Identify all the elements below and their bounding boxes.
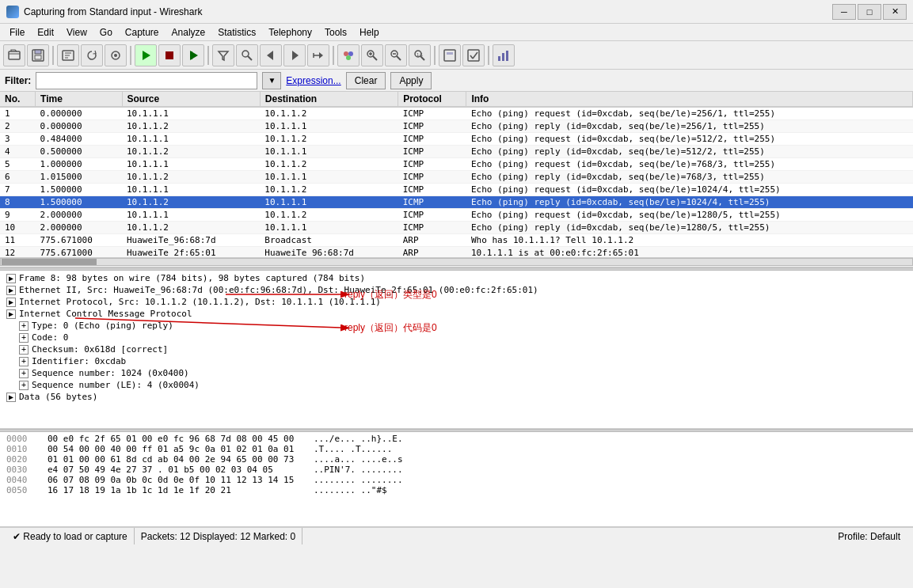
filter-input[interactable] [36, 72, 257, 89]
col-destination[interactable]: Destination [260, 92, 398, 107]
zoom-normal-button[interactable]: 1:1 [409, 44, 431, 66]
packet-list[interactable]: No. Time Source Destination Protocol Inf… [0, 92, 913, 258]
table-row[interactable]: 102.00000010.1.1.210.1.1.1ICMPEcho (ping… [0, 222, 913, 234]
table-cell: 10.1.1.1 [260, 196, 398, 209]
expand-icon[interactable]: + [19, 381, 29, 390]
detail-row[interactable]: + Identifier: 0xcdab [0, 355, 913, 367]
detail-row[interactable]: + Sequence number: 1024 (0x0400) [0, 367, 913, 379]
go-back-button[interactable] [260, 44, 282, 66]
detail-row[interactable]: ▶ Ethernet II, Src: HuaweiTe_96:68:7d (0… [0, 284, 913, 296]
menu-item-analyze[interactable]: Analyze [165, 25, 212, 40]
table-cell: 10.1.1.1 [122, 133, 260, 146]
expand-icon[interactable]: + [19, 369, 29, 378]
stop-capture-button[interactable] [158, 44, 181, 66]
expand-icon[interactable]: + [19, 333, 29, 343]
hscroll-area[interactable] [0, 258, 913, 267]
detail-row[interactable]: + Sequence number (LE): 4 (0x0004) [0, 379, 913, 391]
table-row[interactable]: 40.50000010.1.1.210.1.1.1ICMPEcho (ping)… [0, 146, 913, 158]
packet-detail[interactable]: ▶ Frame 8: 98 bytes on wire (784 bits), … [0, 271, 913, 429]
menu-item-view[interactable]: View [60, 25, 93, 40]
expand-icon[interactable]: ▶ [6, 393, 16, 402]
expand-icon[interactable]: ▶ [6, 309, 16, 319]
menu-item-file[interactable]: File [3, 25, 31, 40]
go-forward-button[interactable] [283, 44, 306, 66]
col-no[interactable]: No. [0, 92, 36, 107]
table-cell: 0.000000 [36, 107, 122, 120]
jump-to-button[interactable] [307, 44, 329, 66]
maximize-button[interactable]: □ [858, 4, 881, 20]
menu-item-statistics[interactable]: Statistics [211, 25, 262, 40]
detail-row[interactable]: ▶ Internet Control Message Protocol [0, 308, 913, 320]
open-file-button[interactable] [3, 44, 25, 66]
detail-row[interactable]: + Code: 0 [0, 332, 913, 343]
zoom-out-button[interactable] [385, 44, 407, 66]
hscroll-thumb[interactable] [2, 259, 97, 265]
detail-row[interactable]: ▶ Frame 8: 98 bytes on wire (784 bits), … [0, 272, 913, 284]
menu-item-edit[interactable]: Edit [31, 25, 60, 40]
graph-button[interactable] [493, 44, 515, 66]
detail-row[interactable]: + Checksum: 0x618d [correct] [0, 343, 913, 355]
save-file-button[interactable] [27, 44, 49, 66]
table-row[interactable]: 30.48400010.1.1.110.1.1.2ICMPEcho (ping)… [0, 133, 913, 146]
colorize-button[interactable] [337, 44, 359, 66]
expand-icon[interactable]: + [19, 321, 29, 331]
detail-row[interactable]: + Type: 0 (Echo (ping) reply) [0, 320, 913, 332]
apply-filter-button[interactable]: Apply [390, 72, 432, 89]
packet-table: No. Time Source Destination Protocol Inf… [0, 92, 913, 258]
table-cell: 9 [0, 209, 36, 222]
table-row[interactable]: 11775.671000HuaweiTe_96:68:7dBroadcastAR… [0, 234, 913, 247]
menu-item-go[interactable]: Go [93, 25, 119, 40]
menu-item-tools[interactable]: Tools [318, 25, 353, 40]
clear-filter-button[interactable]: Clear [346, 72, 386, 89]
minimize-button[interactable]: ─ [832, 4, 856, 20]
table-cell: 7 [0, 184, 36, 196]
filter-dropdown-button[interactable]: ▼ [262, 72, 281, 89]
detail-text: Type: 0 (Echo (ping) reply) [32, 321, 173, 331]
zoom-in-button[interactable] [361, 44, 383, 66]
hex-row: 002001 01 00 00 61 8d cd ab 04 00 2e 94 … [6, 454, 907, 465]
expand-icon[interactable]: ▶ [6, 286, 16, 295]
expand-icon[interactable]: + [19, 345, 29, 355]
expand-icon[interactable]: + [19, 357, 29, 366]
svg-rect-0 [9, 51, 20, 59]
hscroll-track[interactable] [0, 258, 913, 266]
capture-window-button[interactable] [439, 44, 461, 66]
table-cell: 10.1.1.1 [260, 146, 398, 158]
hex-row: 0030e4 07 50 49 4e 27 37 . 01 b5 00 02 0… [6, 465, 907, 475]
menu-item-capture[interactable]: Capture [119, 25, 165, 40]
table-row[interactable]: 10.00000010.1.1.110.1.1.2ICMPEcho (ping)… [0, 107, 913, 120]
expand-icon[interactable]: ▶ [6, 298, 16, 307]
col-source[interactable]: Source [122, 92, 260, 107]
menu-item-telephony[interactable]: Telephony [262, 25, 318, 40]
expression-link[interactable]: Expression... [286, 75, 340, 86]
table-row[interactable]: 71.50000010.1.1.110.1.1.2ICMPEcho (ping)… [0, 184, 913, 196]
start-capture-button[interactable] [135, 44, 157, 66]
table-row[interactable]: 92.00000010.1.1.110.1.1.2ICMPEcho (ping)… [0, 209, 913, 222]
close-capture-button[interactable] [57, 44, 79, 66]
expand-icon[interactable]: ▶ [6, 274, 16, 283]
col-protocol[interactable]: Protocol [398, 92, 466, 107]
col-time[interactable]: Time [36, 92, 122, 107]
table-row[interactable]: 51.00000010.1.1.110.1.1.2ICMPEcho (ping)… [0, 158, 913, 171]
svg-rect-13 [190, 51, 192, 59]
table-row[interactable]: 12775.671000HuaweiTe_2f:65:01HuaweiTe_96… [0, 247, 913, 259]
table-row[interactable]: 81.50000010.1.1.210.1.1.1ICMPEcho (ping)… [0, 196, 913, 209]
packet-rows: 10.00000010.1.1.110.1.1.2ICMPEcho (ping)… [0, 107, 913, 258]
filter-button[interactable] [212, 44, 234, 66]
svg-marker-10 [143, 51, 150, 60]
table-row[interactable]: 20.00000010.1.1.210.1.1.1ICMPEcho (ping)… [0, 120, 913, 133]
hex-dump[interactable]: 000000 e0 fc 2f 65 01 00 e0 fc 96 68 7d … [0, 432, 913, 527]
restart-capture-button[interactable] [182, 44, 204, 66]
hex-ascii: ........ ........ [314, 475, 403, 485]
table-row[interactable]: 61.01500010.1.1.210.1.1.1ICMPEcho (ping)… [0, 171, 913, 184]
toolbar-sep-5 [434, 46, 436, 65]
mark-packet-button[interactable] [462, 44, 485, 66]
menu-item-help[interactable]: Help [353, 25, 386, 40]
close-button[interactable]: ✕ [883, 4, 907, 20]
detail-row[interactable]: ▶ Internet Protocol, Src: 10.1.1.2 (10.1… [0, 296, 913, 308]
capture-options-button[interactable] [105, 44, 127, 66]
detail-row[interactable]: ▶ Data (56 bytes) [0, 391, 913, 403]
reload-button[interactable] [81, 44, 103, 66]
find-packet-button[interactable] [236, 44, 258, 66]
col-info[interactable]: Info [466, 92, 913, 107]
